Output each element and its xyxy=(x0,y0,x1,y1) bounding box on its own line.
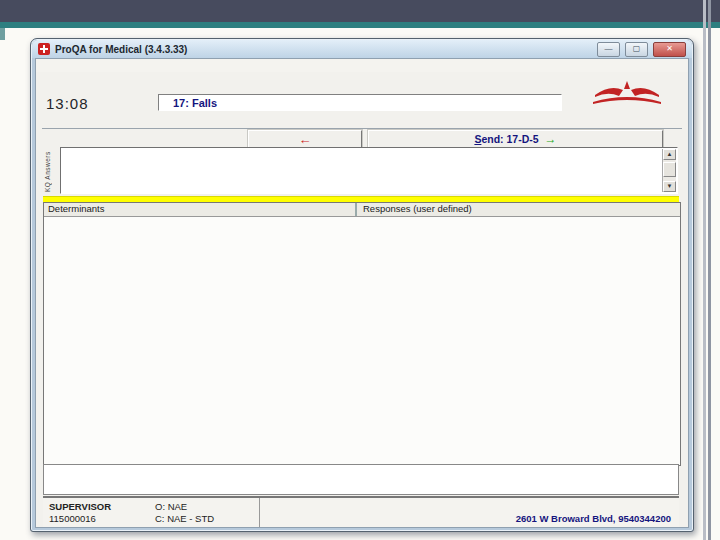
title-bar[interactable]: ProQA for Medical (3.4.3.33) — ▢ ✕ xyxy=(32,40,692,58)
status-bar: SUPERVISOR 115000016 O: NAE C: NAE - STD… xyxy=(43,496,679,527)
determinants-column-header: Determinants xyxy=(44,203,357,216)
slide-right-stripe-2 xyxy=(708,0,711,540)
slide-accent-chip xyxy=(0,28,5,40)
scroll-thumb[interactable] xyxy=(663,162,676,177)
window-title: ProQA for Medical (3.4.3.33) xyxy=(55,44,592,55)
maximize-button[interactable]: ▢ xyxy=(625,42,648,57)
proqa-window: ProQA for Medical (3.4.3.33) — ▢ ✕ 13:08… xyxy=(30,38,694,532)
menu-bar xyxy=(36,59,688,72)
chief-complaint-box: 17: Falls xyxy=(158,94,562,111)
client-area: 13:08 17: Falls ← Send: 17-D-5 → KQ Answ… xyxy=(35,58,689,528)
send-arrow-icon: → xyxy=(545,133,557,145)
send-button[interactable]: Send: 17-D-5 → xyxy=(368,130,663,148)
determinants-table: Determinants Responses (user defined) xyxy=(43,202,681,466)
status-o-nae: O: NAE xyxy=(155,501,187,512)
slide-accent-band xyxy=(0,22,720,28)
responses-column-header: Responses (user defined) xyxy=(357,203,680,216)
status-c-nae: C: NAE - STD xyxy=(155,513,214,524)
slide-top-band xyxy=(0,0,720,22)
minimize-button[interactable]: — xyxy=(597,42,620,57)
status-address: 2601 W Broward Blvd, 9540344200 xyxy=(516,513,671,524)
status-operator: SUPERVISOR xyxy=(49,501,111,512)
proqa-app-icon xyxy=(38,43,50,55)
table-header: Determinants Responses (user defined) xyxy=(44,203,680,217)
priority-dispatch-logo xyxy=(592,81,662,107)
kq-answers-panel-label: KQ Answers xyxy=(44,149,59,194)
case-timer: 13:08 xyxy=(46,95,89,112)
scroll-down-icon[interactable]: ▼ xyxy=(663,181,676,192)
kq-scrollbar[interactable]: ▲ ▼ xyxy=(662,149,676,192)
close-button[interactable]: ✕ xyxy=(653,42,686,57)
scroll-up-icon[interactable]: ▲ xyxy=(663,149,676,160)
response-text-panel xyxy=(43,464,679,495)
status-divider xyxy=(259,498,260,527)
back-arrow-icon: ← xyxy=(299,133,312,146)
status-case-number: 115000016 xyxy=(49,513,96,524)
kq-answers-list: ▲ ▼ xyxy=(60,147,678,194)
slide-right-stripe xyxy=(703,0,706,540)
tab-row xyxy=(42,114,682,129)
back-button[interactable]: ← xyxy=(248,130,362,148)
send-label: Send: 17-D-5 xyxy=(474,133,538,145)
